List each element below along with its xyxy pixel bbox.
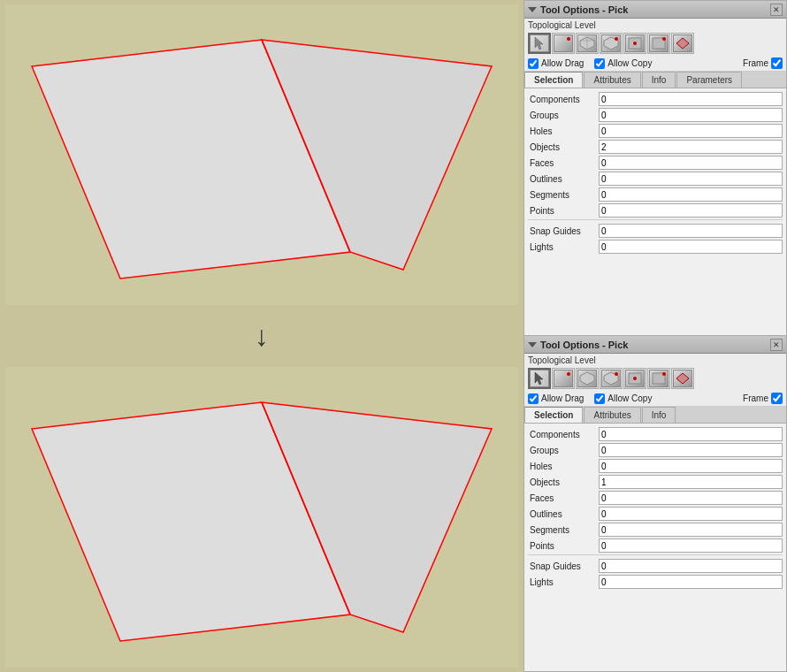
value-points-top: 0 bbox=[599, 203, 783, 218]
panel-title-text-top: Tool Options - Pick bbox=[540, 4, 628, 15]
allow-drag-checkbox-bottom[interactable] bbox=[528, 393, 539, 404]
topo-icon-b1[interactable] bbox=[552, 368, 575, 389]
close-button-bottom[interactable]: ✕ bbox=[770, 339, 783, 351]
label-groups-bottom: Groups bbox=[528, 446, 599, 455]
collapse-triangle-icon bbox=[528, 7, 537, 12]
row-snap-guides-bottom: Snap Guides 0 bbox=[528, 559, 783, 573]
label-components-top: Components bbox=[528, 95, 599, 104]
frame-checkbox-top[interactable] bbox=[771, 57, 783, 69]
topo-icon-pick-bottom[interactable] bbox=[528, 368, 551, 389]
row-components-bottom: Components 0 bbox=[528, 427, 783, 441]
row-faces-bottom: Faces 0 bbox=[528, 491, 783, 505]
row-objects-top: Objects 2 bbox=[528, 140, 783, 154]
row-groups-top: Groups 0 bbox=[528, 108, 783, 122]
svg-marker-23 bbox=[676, 373, 689, 384]
topo-icon-b3[interactable] bbox=[600, 368, 623, 389]
svg-marker-17 bbox=[535, 372, 543, 385]
label-snap-guides-bottom: Snap Guides bbox=[528, 561, 599, 571]
allow-copy-checkbox-bottom[interactable] bbox=[594, 393, 605, 404]
value-components-bottom: 0 bbox=[599, 427, 783, 441]
collapse-triangle-icon-bottom bbox=[528, 342, 537, 347]
topo-icons-bottom bbox=[524, 366, 786, 391]
cube-icon-b5 bbox=[649, 370, 669, 387]
panel-header-bottom: Tool Options - Pick ✕ bbox=[524, 336, 786, 354]
value-faces-top: 0 bbox=[599, 156, 783, 170]
svg-marker-19 bbox=[604, 372, 618, 385]
cube-icon-6 bbox=[673, 34, 692, 52]
row-segments-bottom: Segments 0 bbox=[528, 523, 783, 537]
topo-icon-pick-top[interactable] bbox=[528, 33, 551, 54]
down-arrow: ↓ bbox=[5, 314, 518, 358]
left-canvas-panel: ↓ bbox=[0, 0, 523, 672]
tab-selection-top[interactable]: Selection bbox=[524, 72, 583, 88]
checkbox-row-bottom: Allow Drag Allow Copy Frame bbox=[524, 391, 786, 407]
value-components-top: 0 bbox=[599, 92, 783, 106]
label-objects-top: Objects bbox=[528, 142, 599, 152]
row-points-bottom: Points 0 bbox=[528, 538, 783, 553]
cube-icon-5 bbox=[649, 34, 669, 52]
topo-icon-b6[interactable] bbox=[671, 368, 694, 389]
row-holes-top: Holes 0 bbox=[528, 124, 783, 138]
frame-item-top: Frame bbox=[743, 57, 783, 69]
tab-attributes-bottom[interactable]: Attributes bbox=[584, 407, 640, 423]
topo-icon-4[interactable] bbox=[623, 33, 646, 54]
cube-icon-b2 bbox=[577, 370, 597, 387]
topo-icon-6[interactable] bbox=[671, 33, 694, 54]
topo-icon-b5[interactable] bbox=[647, 368, 670, 389]
value-objects-top: 2 bbox=[599, 140, 783, 154]
allow-copy-label-bottom: Allow Copy bbox=[607, 393, 652, 403]
frame-checkbox-bottom[interactable] bbox=[771, 393, 783, 404]
topo-icon-b4[interactable] bbox=[623, 368, 646, 389]
tab-info-top[interactable]: Info bbox=[642, 72, 676, 88]
topo-icon-5[interactable] bbox=[647, 33, 670, 54]
label-components-bottom: Components bbox=[528, 430, 599, 439]
canvas-bottom bbox=[5, 367, 518, 668]
topo-icon-2[interactable] bbox=[576, 33, 599, 54]
allow-drag-item-top: Allow Drag bbox=[528, 58, 584, 69]
topo-icon-b2[interactable] bbox=[576, 368, 599, 389]
svg-marker-12 bbox=[604, 37, 618, 50]
label-snap-guides-top: Snap Guides bbox=[528, 226, 599, 236]
svg-marker-8 bbox=[535, 37, 543, 50]
topo-icon-3[interactable] bbox=[600, 33, 623, 54]
svg-rect-15 bbox=[653, 38, 665, 49]
tool-panel-top: Tool Options - Pick ✕ Topological Level bbox=[523, 0, 787, 336]
tab-content-top: Components 0 Groups 0 Holes 0 Objects 2 … bbox=[524, 88, 786, 335]
panel-title-text-bottom: Tool Options - Pick bbox=[540, 340, 628, 350]
topo-level-label-bottom: Topological Level bbox=[524, 354, 786, 366]
label-points-bottom: Points bbox=[528, 541, 599, 551]
svg-point-21 bbox=[633, 377, 637, 380]
tab-selection-bottom[interactable]: Selection bbox=[524, 407, 583, 423]
label-segments-bottom: Segments bbox=[528, 525, 599, 535]
allow-drag-checkbox-top[interactable] bbox=[528, 58, 539, 69]
value-lights-bottom: 0 bbox=[599, 575, 783, 589]
label-objects-bottom: Objects bbox=[528, 477, 599, 487]
value-groups-top: 0 bbox=[599, 108, 783, 122]
allow-drag-label-bottom: Allow Drag bbox=[541, 393, 584, 403]
cube-icon-b4 bbox=[625, 370, 645, 387]
svg-marker-16 bbox=[676, 38, 689, 49]
frame-item-bottom: Frame bbox=[743, 393, 783, 404]
checkbox-row-top: Allow Drag Allow Copy Frame bbox=[524, 56, 786, 72]
tabs-row-bottom: Selection Attributes Info bbox=[524, 407, 786, 424]
close-button-top[interactable]: ✕ bbox=[770, 4, 783, 16]
label-lights-top: Lights bbox=[528, 242, 599, 252]
topo-icons-top bbox=[524, 31, 786, 56]
tab-attributes-top[interactable]: Attributes bbox=[584, 72, 640, 88]
label-points-top: Points bbox=[528, 206, 599, 216]
tab-parameters-top[interactable]: Parameters bbox=[676, 72, 742, 88]
label-outlines-top: Outlines bbox=[528, 174, 599, 184]
cube-icon-2 bbox=[577, 34, 597, 52]
row-lights-top: Lights 0 bbox=[528, 240, 783, 254]
topo-icon-1[interactable] bbox=[552, 33, 575, 54]
value-segments-top: 0 bbox=[599, 187, 783, 202]
row-holes-bottom: Holes 0 bbox=[528, 459, 783, 473]
row-components-top: Components 0 bbox=[528, 92, 783, 106]
svg-rect-22 bbox=[653, 373, 665, 384]
allow-copy-checkbox-top[interactable] bbox=[594, 58, 605, 69]
value-segments-bottom: 0 bbox=[599, 523, 783, 537]
value-holes-bottom: 0 bbox=[599, 459, 783, 473]
tab-info-bottom[interactable]: Info bbox=[642, 407, 676, 423]
cube-icon-b6 bbox=[673, 370, 692, 387]
frame-label-top: Frame bbox=[743, 58, 768, 68]
